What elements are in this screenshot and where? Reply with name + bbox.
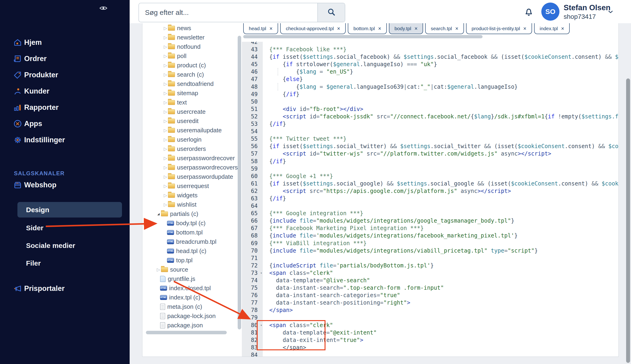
collapsed-triangle-icon[interactable]: ▷ [163, 90, 168, 96]
collapsed-triangle-icon[interactable]: ▷ [163, 72, 168, 77]
collapsed-triangle-icon[interactable]: ▷ [163, 165, 168, 170]
collapsed-triangle-icon[interactable]: ▷ [163, 128, 168, 133]
doc-file-icon [160, 313, 165, 319]
tree-item-useredit[interactable]: ▷useredit [142, 116, 238, 126]
collapsed-triangle-icon[interactable]: ▷ [163, 174, 168, 180]
sidebar-item-indstillinger[interactable]: Indstillinger [0, 132, 130, 148]
code-editor[interactable]: 4243{*** Facebook like ***}44{if isset($… [242, 42, 618, 356]
sidebar-item-hjem[interactable]: Hjem [0, 34, 130, 50]
expanded-triangle-icon[interactable]: ◢ [156, 212, 161, 216]
close-icon[interactable]: × [378, 26, 381, 31]
collapsed-triangle-icon[interactable]: ▷ [163, 63, 168, 68]
notification-bell-icon[interactable] [523, 6, 534, 17]
close-icon[interactable]: × [561, 26, 564, 31]
tree-item-head.tpl-c-[interactable]: HTMLhead.tpl (c) [142, 246, 238, 256]
tree-item-userpasswordupdate[interactable]: ▷userpasswordupdate [142, 172, 238, 181]
search-button[interactable] [317, 3, 345, 22]
collapsed-triangle-icon[interactable]: ▷ [163, 35, 168, 40]
collapsed-triangle-icon[interactable]: ▷ [163, 202, 168, 207]
tree-item-userorders[interactable]: ▷userorders [142, 144, 238, 154]
tree-item-newsletter[interactable]: ▷newsletter [142, 33, 238, 42]
sidebar-subitem-design-active[interactable]: Design [18, 202, 122, 218]
tree-item-search-c-[interactable]: ▷search (c) [142, 70, 238, 79]
tree-item-gruntfile.js[interactable]: gruntfile.js [142, 274, 238, 284]
tree-item-package.json[interactable]: package.json [142, 320, 238, 330]
code-line-53: 53{/if} [242, 120, 618, 128]
close-icon[interactable]: × [415, 26, 418, 31]
sidebar-subitem-sociale-medier[interactable]: Sociale medier [26, 240, 75, 251]
tree-item-body.tpl-c-[interactable]: HTMLbody.tpl (c) [142, 218, 238, 228]
tree-item-label: gruntfile.js [168, 275, 195, 282]
collapsed-triangle-icon[interactable]: ▷ [163, 109, 168, 114]
line-number: 62 [242, 187, 263, 195]
tree-item-top.tpl[interactable]: HTMLtop.tpl [142, 256, 238, 265]
tree-item-package-lock.json[interactable]: package-lock.json [142, 311, 238, 320]
tree-item-userlogin[interactable]: ▷userlogin [142, 135, 238, 144]
collapsed-triangle-icon[interactable]: ▷ [163, 184, 168, 189]
tree-item-source[interactable]: ▷source [142, 265, 238, 274]
collapsed-triangle-icon[interactable]: ▷ [156, 267, 161, 272]
collapsed-triangle-icon[interactable]: ▷ [163, 100, 168, 105]
tree-item-poll[interactable]: ▷poll [142, 51, 238, 60]
tree-item-label: userorders [177, 145, 206, 152]
tree-item-userrequest[interactable]: ▷userrequest [142, 181, 238, 190]
collapsed-triangle-icon[interactable]: ▷ [163, 54, 168, 59]
eye-icon[interactable] [99, 4, 108, 13]
tree-item-label: text [177, 99, 187, 106]
tree-item-meta.json-c-[interactable]: meta.json (c) [142, 302, 238, 311]
tree-item-userpasswordrecoversu[interactable]: ▷userpasswordrecoversu [142, 163, 238, 172]
folder-icon [168, 165, 175, 170]
tab-label: head.tpl [249, 26, 266, 31]
fold-marker-icon[interactable]: ▾ [260, 269, 262, 277]
close-icon[interactable]: × [523, 26, 526, 31]
collapsed-triangle-icon[interactable]: ▷ [163, 156, 168, 161]
tree-item-partials-c-[interactable]: ◢partials (c) [142, 209, 238, 218]
tree-item-wishlist[interactable]: ▷wishlist [142, 200, 238, 209]
tree-horizontal-scrollbar[interactable] [146, 331, 227, 334]
chevron-down-icon[interactable] [606, 8, 615, 15]
collapsed-triangle-icon[interactable]: ▷ [163, 118, 168, 124]
tree-item-bottom.tpl[interactable]: HTMLbottom.tpl [142, 228, 238, 237]
tree-vertical-scrollbar[interactable] [238, 36, 241, 330]
sidebar-item-apps[interactable]: Apps [0, 116, 130, 132]
collapsed-triangle-icon[interactable]: ▷ [163, 26, 168, 31]
tree-item-index.closed.tpl[interactable]: HTMLindex.closed.tpl [142, 284, 238, 293]
indent-guide [278, 68, 278, 76]
tree-item-news[interactable]: ▷news [142, 24, 238, 33]
global-search-input[interactable]: Søg efter alt... [138, 3, 345, 22]
page-scrollbar[interactable] [626, 78, 630, 363]
tree-item-text[interactable]: ▷text [142, 98, 238, 107]
sidebar-item-kunder[interactable]: Kunder [0, 83, 130, 99]
sidebar-item-rapporter[interactable]: Rapporter [0, 99, 130, 116]
sidebar-subitem-sider[interactable]: Sider [26, 223, 44, 233]
close-icon[interactable]: × [269, 26, 272, 31]
sidebar-item-webshop[interactable]: Webshop [0, 177, 130, 193]
collapsed-triangle-icon[interactable]: ▷ [163, 81, 168, 86]
tree-item-usercreate[interactable]: ▷usercreate [142, 107, 238, 116]
tree-item-index.tpl-c-[interactable]: HTMLindex.tpl (c) [142, 293, 238, 302]
collapsed-triangle-icon[interactable]: ▷ [163, 137, 168, 142]
line-number: 56 [242, 142, 263, 150]
tree-item-sendtoafriend[interactable]: ▷sendtoafriend [142, 79, 238, 88]
collapsed-triangle-icon[interactable]: ▷ [163, 146, 168, 152]
sidebar-subitem-filer[interactable]: Filer [26, 258, 41, 268]
user-avatar[interactable]: SO [541, 2, 559, 21]
sidebar-item-ordrer[interactable]: Ordrer [0, 50, 130, 67]
tree-item-userpasswordrecover[interactable]: ▷userpasswordrecover [142, 154, 238, 163]
collapsed-triangle-icon[interactable]: ▷ [163, 193, 168, 198]
close-icon[interactable]: × [455, 26, 458, 31]
tree-item-sitemap[interactable]: ▷sitemap [142, 88, 238, 98]
tree-item-label: source [170, 266, 188, 273]
sidebar-item-prisportaler[interactable]: Prisportaler [0, 280, 130, 297]
tree-item-breadcrumb.tpl[interactable]: HTMLbreadcrumb.tpl [142, 237, 238, 246]
tree-item-useremailupdate[interactable]: ▷useremailupdate [142, 126, 238, 135]
tree-item-product-c-[interactable]: ▷product (c) [142, 60, 238, 70]
collapsed-triangle-icon[interactable]: ▷ [163, 44, 168, 50]
sidebar-item-produkter[interactable]: Produkter [0, 67, 130, 83]
tree-item-notfound[interactable]: ▷notfound [142, 42, 238, 51]
line-number: 49 [242, 90, 263, 98]
editor-horizontal-scrollbar[interactable] [243, 35, 483, 38]
reports-icon [13, 103, 22, 112]
tree-item-widgets[interactable]: ▷widgets [142, 190, 238, 200]
close-icon[interactable]: × [337, 26, 340, 31]
